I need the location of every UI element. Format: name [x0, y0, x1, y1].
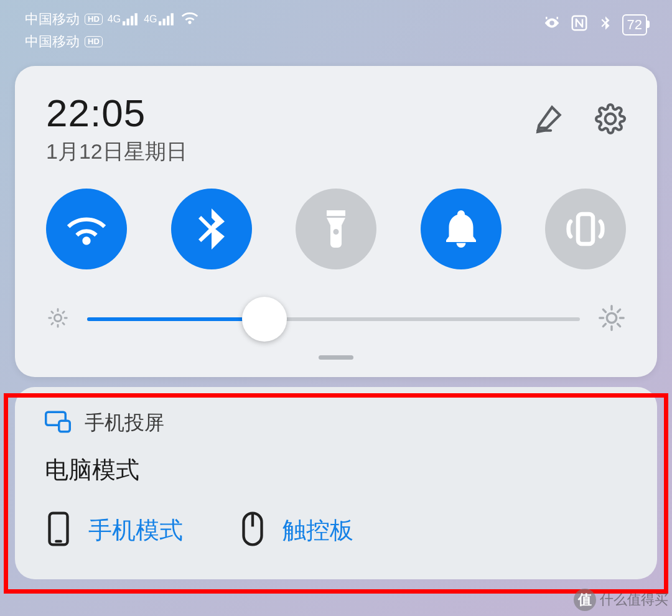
- svg-point-10: [54, 314, 61, 321]
- signal-bars-icon: [123, 13, 139, 26]
- panel-drag-handle[interactable]: [319, 355, 353, 360]
- brightness-row: [46, 301, 626, 338]
- vibrate-toggle[interactable]: [545, 189, 626, 269]
- wifi-toggle[interactable]: [46, 189, 127, 269]
- time-block[interactable]: 22:05 1月12日星期日: [46, 91, 187, 166]
- svg-rect-0: [123, 21, 125, 26]
- wifi-icon: [64, 207, 109, 251]
- brightness-slider[interactable]: [87, 301, 580, 338]
- flashlight-toggle[interactable]: [296, 189, 376, 269]
- svg-rect-29: [59, 421, 70, 432]
- eye-comfort-icon: [543, 14, 561, 36]
- svg-point-19: [607, 313, 616, 322]
- svg-line-18: [63, 312, 64, 313]
- brightness-high-icon: [597, 304, 626, 335]
- projection-subtitle: 电脑模式: [45, 454, 627, 486]
- mouse-icon: [239, 511, 266, 549]
- projection-title-row: 手机投屏: [45, 409, 627, 437]
- vibrate-icon: [563, 207, 608, 251]
- sound-toggle[interactable]: [421, 189, 502, 269]
- svg-rect-7: [171, 13, 174, 26]
- bluetooth-toggle[interactable]: [171, 189, 252, 269]
- svg-rect-6: [167, 16, 169, 26]
- svg-rect-2: [131, 16, 133, 26]
- net-label-1: 4G: [108, 14, 121, 25]
- hd-badge-1: HD: [85, 14, 103, 25]
- watermark: 值 什么值得买: [574, 589, 668, 611]
- svg-rect-9: [578, 214, 593, 244]
- flashlight-icon: [314, 207, 358, 251]
- carrier-1: 中国移动 HD 4G 4G: [25, 7, 200, 31]
- quick-toggles-row: [46, 189, 626, 269]
- brightness-low-icon: [46, 306, 70, 332]
- wifi-icon: [180, 7, 200, 31]
- projection-actions: 手机模式 触控板: [45, 511, 627, 549]
- bluetooth-icon: [189, 207, 234, 251]
- clock-time: 22:05: [46, 91, 187, 135]
- watermark-text: 什么值得买: [600, 590, 668, 609]
- carrier-1-label: 中国移动: [25, 10, 80, 29]
- signal-2: 4G: [144, 13, 175, 26]
- phone-icon: [45, 511, 72, 549]
- svg-line-27: [618, 309, 620, 312]
- battery-value: 72: [627, 17, 642, 33]
- svg-rect-5: [163, 19, 166, 26]
- bell-icon: [439, 207, 483, 251]
- svg-line-15: [52, 312, 53, 313]
- phone-mode-label: 手机模式: [88, 515, 183, 546]
- hd-badge-2: HD: [85, 36, 103, 47]
- slider-fill: [87, 317, 264, 321]
- touchpad-button[interactable]: 触控板: [239, 511, 353, 549]
- panel-header: 22:05 1月12日星期日: [46, 91, 626, 166]
- signal-bars-icon: [159, 13, 175, 26]
- svg-line-25: [618, 324, 620, 327]
- signal-1: 4G: [108, 13, 139, 26]
- svg-rect-3: [135, 13, 138, 26]
- projection-card[interactable]: 手机投屏 电脑模式 手机模式 触控板: [15, 387, 657, 579]
- watermark-icon: 值: [574, 589, 596, 611]
- svg-rect-4: [159, 21, 161, 26]
- bluetooth-status-icon: [597, 15, 614, 35]
- quick-settings-panel: 22:05 1月12日星期日: [15, 66, 657, 377]
- battery-indicator: 72: [622, 14, 647, 35]
- phone-mode-button[interactable]: 手机模式: [45, 511, 183, 549]
- net-label-2: 4G: [144, 14, 157, 25]
- status-right: 72: [543, 14, 647, 36]
- svg-line-17: [52, 323, 53, 324]
- status-left: 中国移动 HD 4G 4G 中国移动 HD: [25, 7, 200, 51]
- cast-icon: [45, 411, 71, 436]
- touchpad-label: 触控板: [282, 515, 353, 546]
- svg-rect-1: [127, 19, 129, 26]
- edit-button[interactable]: [534, 103, 565, 137]
- svg-line-24: [603, 309, 605, 312]
- projection-title: 手机投屏: [85, 409, 164, 437]
- slider-thumb[interactable]: [242, 297, 287, 342]
- carrier-2: 中国移动 HD: [25, 32, 200, 51]
- status-bar: 中国移动 HD 4G 4G 中国移动 HD: [0, 0, 672, 56]
- svg-line-16: [63, 323, 64, 324]
- settings-button[interactable]: [595, 103, 626, 137]
- nfc-icon: [570, 14, 589, 36]
- svg-line-26: [603, 324, 605, 327]
- carrier-2-label: 中国移动: [25, 32, 80, 51]
- clock-date: 1月12日星期日: [46, 138, 187, 166]
